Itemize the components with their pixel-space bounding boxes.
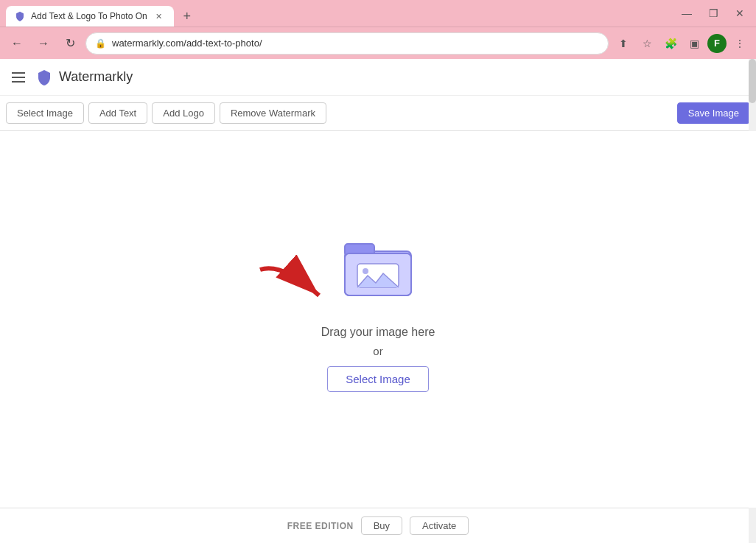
activate-btn[interactable]: Activate (410, 516, 469, 535)
toolbar: Select Image Add Text Add Logo Remove Wa… (0, 96, 756, 131)
browser-window: Add Text & Logo To Photo On ✕ + — ❒ ✕ ← … (0, 0, 756, 543)
app-logo: Watermarkly (35, 69, 133, 86)
restore-button[interactable]: ❒ (703, 3, 724, 24)
main-drop-zone[interactable]: Drag your image here or Select Image (0, 131, 756, 508)
add-logo-btn[interactable]: Add Logo (152, 102, 215, 124)
window-controls: — ❒ ✕ (676, 3, 750, 24)
title-bar: Add Text & Logo To Photo On ✕ + — ❒ ✕ (0, 0, 756, 27)
hamburger-menu-btn[interactable] (9, 69, 28, 85)
refresh-button[interactable]: ↻ (59, 32, 81, 55)
hamburger-line-3 (12, 81, 25, 83)
page-content: Watermarkly Select Image Add Text Add Lo… (0, 59, 756, 543)
hamburger-line-2 (12, 77, 25, 78)
close-button[interactable]: ✕ (729, 3, 750, 24)
lock-icon: 🔒 (95, 38, 106, 49)
url-text: watermarkly.com/add-text-to-photo/ (112, 38, 599, 49)
tab-shield-icon (15, 11, 25, 21)
folder-upload-icon (341, 233, 415, 299)
forward-button[interactable]: → (32, 32, 55, 55)
minimize-button[interactable]: — (676, 3, 697, 24)
app-logo-icon (35, 69, 53, 86)
add-text-btn[interactable]: Add Text (88, 102, 147, 124)
tab-area: Add Text & Logo To Photo On ✕ + (6, 0, 673, 27)
select-image-toolbar-btn[interactable]: Select Image (6, 102, 84, 124)
address-bar[interactable]: 🔒 watermarkly.com/add-text-to-photo/ (85, 32, 609, 55)
drop-zone-content: Drag your image here or Select Image (321, 233, 435, 392)
svg-point-5 (363, 268, 368, 274)
drag-text: Drag your image here (321, 326, 435, 339)
navigation-bar: ← → ↻ 🔒 watermarkly.com/add-text-to-phot… (0, 27, 756, 59)
active-tab[interactable]: Add Text & Logo To Photo On ✕ (6, 6, 174, 27)
profile-avatar[interactable]: F (707, 34, 727, 53)
more-options-btn[interactable]: ⋮ (729, 33, 750, 54)
upload-icon-wrapper (341, 233, 415, 299)
share-icon-btn[interactable]: ⬆ (613, 33, 634, 54)
extensions-icon-btn[interactable]: 🧩 (660, 33, 681, 54)
tab-title: Add Text & Logo To Photo On (31, 11, 147, 21)
pointing-arrow-icon (253, 255, 349, 306)
buy-btn[interactable]: Buy (361, 516, 402, 535)
select-image-center-btn[interactable]: Select Image (327, 366, 429, 392)
new-tab-button[interactable]: + (177, 6, 197, 27)
hamburger-line-1 (12, 72, 25, 74)
or-text: or (373, 345, 382, 357)
arrow-container (253, 255, 349, 306)
back-button[interactable]: ← (6, 32, 28, 55)
save-image-btn[interactable]: Save Image (677, 102, 750, 124)
app-header: Watermarkly (0, 59, 756, 96)
app-title: Watermarkly (59, 69, 133, 85)
edition-label: FREE EDITION (287, 521, 354, 531)
tab-close-btn[interactable]: ✕ (153, 10, 165, 22)
remove-watermark-btn[interactable]: Remove Watermark (220, 102, 326, 124)
nav-icons: ⬆ ☆ 🧩 ▣ F ⋮ (613, 33, 750, 54)
bookmark-icon-btn[interactable]: ☆ (637, 33, 657, 54)
split-view-btn[interactable]: ▣ (684, 33, 704, 54)
scrollbar-thumb[interactable] (749, 59, 756, 103)
bottom-bar: FREE EDITION Buy Activate (0, 508, 756, 543)
